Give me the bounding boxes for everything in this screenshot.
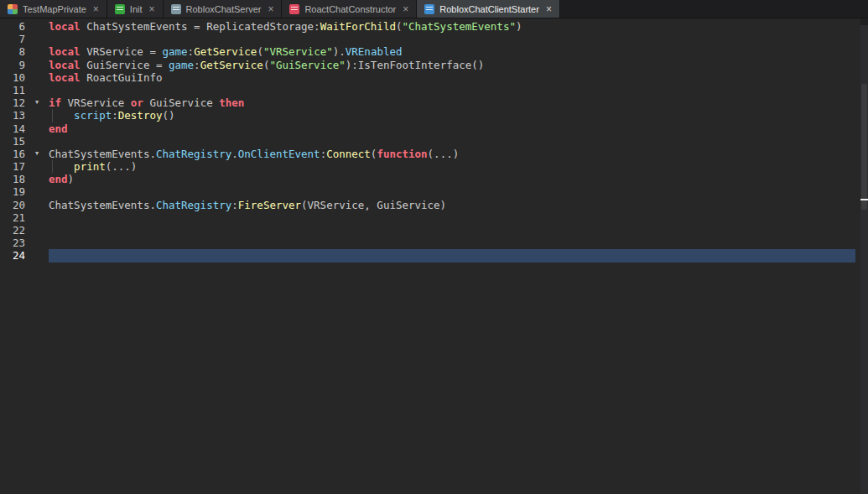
fold-gutter [25, 173, 49, 185]
code-token: () [162, 109, 174, 122]
tab-label: Init [130, 4, 143, 14]
scrollbar-cursor-marker [860, 199, 868, 200]
code-token: local [49, 20, 81, 33]
code-line-13[interactable]: 13 script:Destroy() [0, 109, 860, 122]
code-line-14[interactable]: 14end [0, 122, 860, 135]
code-token: ChatRegistry [156, 148, 231, 160]
code-text: local GuiService = game:GetService("GuiS… [49, 59, 855, 71]
fold-gutter [25, 109, 49, 122]
code-line-15[interactable]: 15 [0, 135, 860, 148]
code-line-10[interactable]: 10local RoactGuiInfo [0, 71, 860, 84]
line-number: 23 [0, 237, 25, 249]
code-token: (...) [428, 148, 460, 160]
code-text: end [49, 122, 855, 135]
code-token [49, 109, 74, 122]
tab-robloxchatclientstarter[interactable]: RobloxChatClientStarter× [417, 0, 560, 18]
code-line-7[interactable]: 7 [0, 33, 860, 45]
line-number: 8 [0, 45, 25, 58]
code-text: script:Destroy() [49, 109, 855, 122]
fold-gutter [25, 224, 49, 237]
code-token: . [231, 148, 238, 160]
code-token: Connect [326, 148, 371, 160]
code-text [49, 224, 855, 237]
line-number: 18 [0, 173, 25, 185]
code-text: local ChatSystemEvents = ReplicatedStora… [49, 20, 855, 33]
code-text: ChatSystemEvents.ChatRegistry:FireServer… [49, 199, 855, 211]
code-token: or [131, 96, 143, 109]
code-token: OnClientEvent [238, 148, 320, 160]
tab-close-icon[interactable]: × [149, 4, 155, 14]
tab-label: RobloxChatClientStarter [439, 4, 539, 14]
code-lines: 6local ChatSystemEvents = ReplicatedStor… [0, 20, 860, 263]
code-token: : [231, 199, 238, 211]
line-number: 13 [0, 109, 25, 122]
code-token: RoactGuiInfo [81, 71, 163, 84]
code-line-23[interactable]: 23 [0, 237, 860, 249]
code-text: local VRService = game:GetService("VRSer… [49, 45, 855, 58]
code-token: print [74, 160, 106, 173]
code-line-17[interactable]: 17 print(...) [0, 160, 860, 173]
code-token [49, 160, 74, 173]
fold-gutter [25, 59, 49, 71]
code-token: FireServer [238, 199, 301, 211]
tab-roactchatconstructor[interactable]: RoactChatConstructor× [282, 0, 417, 18]
code-token: (...) [106, 160, 138, 173]
line-number: 21 [0, 211, 25, 224]
fold-gutter [25, 84, 49, 96]
code-token: : [194, 59, 200, 71]
fold-arrow-icon[interactable]: ▼ [25, 96, 49, 109]
scrollbar-thumb[interactable] [861, 84, 867, 210]
code-line-8[interactable]: 8local VRService = game:GetService("VRSe… [0, 45, 860, 58]
fold-gutter [25, 249, 49, 262]
code-token: ) [516, 20, 522, 33]
code-line-20[interactable]: 20ChatSystemEvents.ChatRegistry:FireServ… [0, 199, 860, 211]
code-token: if [49, 96, 61, 109]
tab-close-icon[interactable]: × [93, 4, 99, 14]
code-line-9[interactable]: 9local GuiService = game:GetService("Gui… [0, 59, 860, 71]
vertical-scrollbar[interactable] [860, 18, 868, 494]
code-text [49, 237, 855, 249]
code-token: ) [68, 173, 75, 185]
code-token: ( [257, 45, 263, 58]
code-text [49, 84, 855, 96]
fold-gutter [25, 237, 49, 249]
code-text: if VRService or GuiService then [49, 96, 855, 109]
code-line-24[interactable]: 24 [0, 249, 860, 262]
code-token: local [49, 45, 81, 58]
tab-init[interactable]: Init× [107, 0, 164, 18]
code-text [49, 135, 855, 148]
tab-close-icon[interactable]: × [403, 4, 408, 14]
code-editor[interactable]: 6local ChatSystemEvents = ReplicatedStor… [0, 18, 868, 494]
code-token: "VRService" [263, 45, 333, 58]
line-number: 10 [0, 71, 25, 84]
code-line-22[interactable]: 22 [0, 224, 860, 237]
line-number: 11 [0, 84, 25, 96]
code-text [49, 249, 855, 262]
code-line-12[interactable]: 12▼if VRService or GuiService then [0, 96, 860, 109]
green-script-icon [115, 4, 125, 14]
code-text [49, 211, 855, 224]
line-number: 6 [0, 20, 25, 33]
code-line-21[interactable]: 21 [0, 211, 860, 224]
tab-label: RobloxChatServer [186, 4, 262, 14]
code-line-16[interactable]: 16▼ChatSystemEvents.ChatRegistry.OnClien… [0, 148, 860, 160]
tab-close-icon[interactable]: × [546, 4, 552, 14]
tab-testmapprivate[interactable]: TestMapPrivate× [0, 0, 107, 18]
code-line-18[interactable]: 18end) [0, 173, 860, 185]
line-number: 12 [0, 96, 25, 109]
tab-close-icon[interactable]: × [268, 4, 273, 14]
line-number: 17 [0, 160, 25, 173]
code-token: VRService [61, 96, 131, 109]
code-token: ChatRegistry [156, 199, 231, 211]
code-line-11[interactable]: 11 [0, 84, 860, 96]
code-token: : [188, 45, 195, 58]
code-token: end [49, 173, 68, 185]
tab-bar: TestMapPrivate×Init×RobloxChatServer×Roa… [0, 0, 868, 18]
fold-gutter [25, 185, 49, 198]
fold-arrow-icon[interactable]: ▼ [25, 148, 49, 160]
code-line-19[interactable]: 19 [0, 185, 860, 198]
tab-robloxchatserver[interactable]: RobloxChatServer× [164, 0, 283, 18]
code-token: GetService [200, 59, 263, 71]
code-token: "ChatSystemEvents" [402, 20, 515, 33]
code-line-6[interactable]: 6local ChatSystemEvents = ReplicatedStor… [0, 20, 860, 33]
